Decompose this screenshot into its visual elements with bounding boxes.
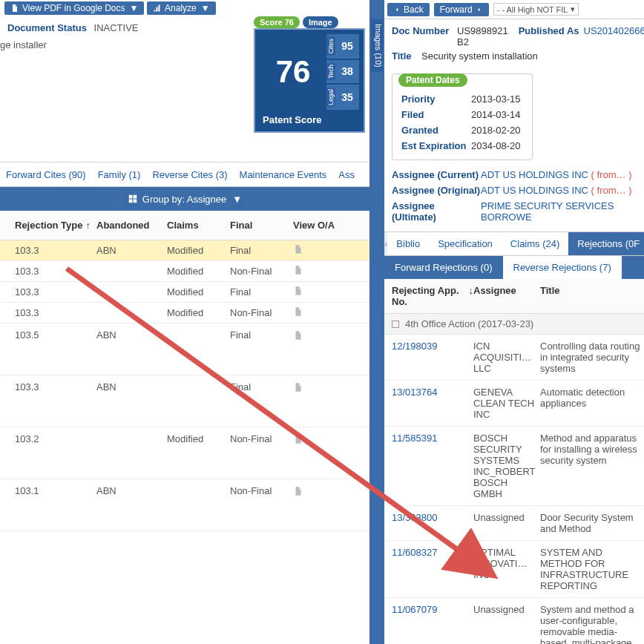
groupby-bar[interactable]: Group by: Assignee ▼ <box>0 187 369 211</box>
pdf-icon[interactable] <box>293 485 352 499</box>
patent-score-value: 76 <box>260 34 326 110</box>
rejection-row[interactable]: 11/067079 Unassigned System and method a… <box>384 598 644 644</box>
collapse-icon <box>392 321 399 328</box>
published-as-link[interactable]: US2014026667 <box>584 25 644 47</box>
forward-button[interactable]: Forward <box>434 3 489 16</box>
image-pill[interactable]: Image <box>303 16 338 28</box>
subtab-reverse-rejections[interactable]: Reverse Rejections (7) <box>503 256 622 279</box>
rejection-subtabs: Forward Rejections (0) Reverse Rejection… <box>384 256 644 279</box>
tab-reverse-cites[interactable]: Reverse Cites (3) <box>152 169 227 180</box>
app-number-link[interactable]: 11/585391 <box>384 433 473 499</box>
subtab-forward-rejections[interactable]: Forward Rejections (0) <box>384 256 503 279</box>
tab-claims[interactable]: Claims (24) <box>502 232 568 255</box>
right-pane: Back Forward - - All High NOT FIL ▾ Imag… <box>369 0 644 644</box>
title-value: Security system installation <box>421 50 538 62</box>
analyze-label: Analyze <box>165 3 197 13</box>
app-number-link[interactable]: 13/013764 <box>384 387 473 420</box>
rejection-row[interactable]: 13/363800 Unassigned Door Security Syste… <box>384 506 644 541</box>
tech-label: Tech <box>326 63 335 80</box>
rejection-row[interactable]: 11/585391 BOSCH SECURITY SYSTEMS INC_ROB… <box>384 427 644 506</box>
arrow-right-icon <box>476 6 483 13</box>
assignee-ultimate-link[interactable]: PRIME SECURITY SERVICES BORROWE <box>481 200 637 223</box>
col-final[interactable]: Final <box>230 220 293 231</box>
assignees-block: Assignee (Current) ADT US HOLDINGS INC (… <box>384 165 644 231</box>
table-row[interactable]: 103.1 ABN Non-Final <box>0 479 369 531</box>
assignee-ultimate-label: Assignee (Ultimate) <box>392 200 481 223</box>
table-row[interactable]: 103.3 Modified Non-Final <box>0 261 369 282</box>
pdf-icon[interactable] <box>293 329 352 344</box>
tab-biblio[interactable]: Biblio <box>387 232 429 255</box>
app-number-link[interactable]: 12/198039 <box>384 341 473 374</box>
analyze-icon <box>153 4 162 13</box>
chevron-down-icon: ▼ <box>201 3 210 13</box>
table-row[interactable]: 103.3 ABN Final <box>0 375 369 427</box>
tab-forward-cites[interactable]: Forward Cites (90) <box>6 169 86 180</box>
doc-number-label: Doc Number <box>392 25 457 47</box>
app-number-link[interactable]: 13/363800 <box>384 512 473 534</box>
analyze-button[interactable]: Analyze ▼ <box>147 1 216 15</box>
left-tabs: Forward Cites (90) Family (1) Reverse Ci… <box>0 162 369 187</box>
assignee-current-link[interactable]: ADT US HOLDINGS INC ( from… ) <box>481 169 631 180</box>
images-tab[interactable]: Images (10) <box>371 19 383 72</box>
patent-score-label: Patent Score <box>260 110 359 127</box>
rejection-row[interactable]: 12/198039 ICN ACQUISITI… LLC Controlling… <box>384 335 644 381</box>
table-row[interactable]: 103.3 Modified Non-Final <box>0 303 369 323</box>
back-button[interactable]: Back <box>387 3 430 16</box>
group-icon <box>128 194 138 204</box>
cites-label: Cites <box>326 37 335 56</box>
arrow-left-icon <box>393 6 401 13</box>
metadata-block: Doc Number US9898921 B2 Published As US2… <box>384 19 644 69</box>
view-pdf-button[interactable]: View PDF in Google Docs ▼ <box>4 1 144 15</box>
pdf-icon[interactable] <box>293 381 352 395</box>
tab-family[interactable]: Family (1) <box>98 169 141 180</box>
rejection-row[interactable]: 13/013764 GENEVA CLEAN TECH INC Automati… <box>384 381 644 427</box>
table-row[interactable]: 103.3 ABN Modified Final <box>0 240 369 261</box>
col-rejection-type[interactable]: Rejection Type↑ <box>0 220 96 231</box>
rejection-group-row[interactable]: 4th Office Action (2017-03-23) <box>384 314 644 335</box>
table-row[interactable]: 103.5 ABN Final <box>0 323 369 375</box>
date-row: Priority2013-03-15 <box>392 91 532 107</box>
app-number-link[interactable]: 11/067079 <box>384 604 473 644</box>
assignee-original-link[interactable]: ADT US HOLDINGS INC ( from… ) <box>481 185 631 196</box>
pdf-icon[interactable] <box>293 285 352 299</box>
pdf-icon[interactable] <box>293 306 352 320</box>
pdf-icon[interactable] <box>293 264 352 278</box>
assignee-current-label: Assignee (Current) <box>392 169 481 180</box>
table-row[interactable]: 103.3 Modified Final <box>0 282 369 303</box>
app-number-link[interactable]: 11/608327 <box>384 547 473 591</box>
chevron-down-icon: ▼ <box>130 3 139 13</box>
rejections-table-body: 12/198039 ICN ACQUISITI… LLC Controlling… <box>384 335 644 644</box>
patent-dates-pill: Patent Dates <box>398 73 467 87</box>
published-as-label: Published As <box>519 25 579 47</box>
tab-specification[interactable]: Specification <box>429 232 502 255</box>
chevron-down-icon: ▾ <box>571 4 575 14</box>
groupby-label: Group by: Assignee <box>142 194 226 205</box>
table-row[interactable]: 103.2 Modified Non-Final <box>0 427 369 479</box>
chevron-down-icon: ▼ <box>232 194 242 205</box>
patent-dates-box: Patent Dates Priority2013-03-15Filed2014… <box>392 73 533 160</box>
legal-value: 35 <box>335 88 359 107</box>
col-abandoned[interactable]: Abandoned <box>96 220 167 231</box>
date-row: Granted2018-02-20 <box>392 122 532 138</box>
doc-status-value: INACTIVE <box>94 22 139 33</box>
assignee-original-label: Assignee (Original) <box>392 185 481 196</box>
filter-select[interactable]: - - All High NOT FIL ▾ <box>493 3 579 16</box>
tab-rejections[interactable]: Rejections (0F <box>568 232 644 255</box>
pdf-icon[interactable] <box>293 243 352 257</box>
right-tabs: ‹ Biblio Specification Claims (24) Rejec… <box>384 231 644 256</box>
tab-maintenance[interactable]: Maintenance Events <box>240 169 327 180</box>
sort-asc-icon: ↑ <box>86 220 91 231</box>
col-view-oa[interactable]: View O/A <box>293 220 352 231</box>
view-pdf-label: View PDF in Google Docs <box>22 3 125 13</box>
col-title[interactable]: Title <box>540 285 644 307</box>
col-claims[interactable]: Claims <box>167 220 230 231</box>
rejection-table-body: 103.3 ABN Modified Final 103.3 Modified … <box>0 240 369 644</box>
col-rejecting-app[interactable]: Rejecting App. No. ↓ <box>384 285 473 307</box>
pdf-icon[interactable] <box>293 433 352 447</box>
col-assignee[interactable]: Assignee <box>473 285 540 307</box>
legal-label: Legal <box>326 88 335 107</box>
tab-assignments[interactable]: Ass <box>338 169 355 180</box>
doc-status-label: Document Status <box>7 22 87 33</box>
rejection-row[interactable]: 11/608327 OPTIMAL INNOVATI… INC SYSTEM A… <box>384 541 644 598</box>
tech-value: 38 <box>335 63 359 80</box>
